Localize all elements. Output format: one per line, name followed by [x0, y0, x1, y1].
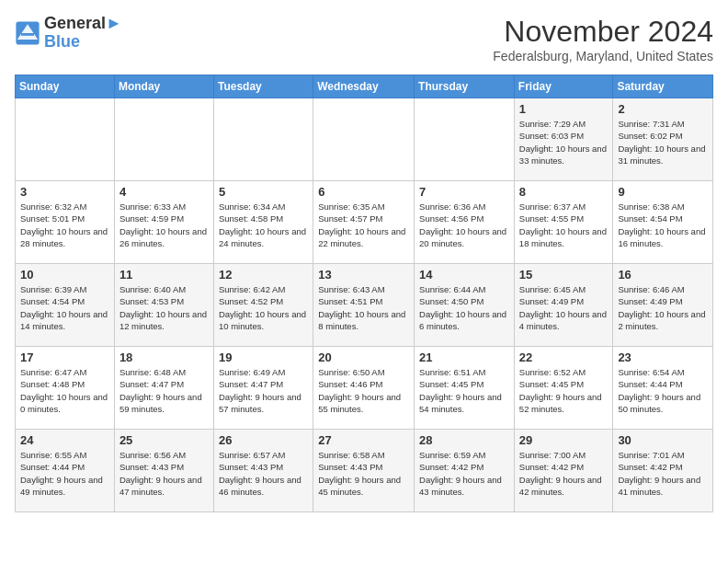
calendar-cell: 17Sunrise: 6:47 AMSunset: 4:48 PMDayligh…: [16, 347, 115, 430]
weekday-header-wednesday: Wednesday: [313, 75, 415, 98]
weekday-header-friday: Friday: [514, 75, 613, 98]
day-info: Sunrise: 6:50 AMSunset: 4:46 PMDaylight:…: [318, 366, 409, 415]
day-number: 12: [219, 268, 308, 282]
calendar-cell: 23Sunrise: 6:54 AMSunset: 4:44 PMDayligh…: [613, 347, 713, 430]
calendar-cell: 19Sunrise: 6:49 AMSunset: 4:47 PMDayligh…: [213, 347, 313, 430]
month-title: November 2024: [493, 15, 713, 49]
calendar-cell: 9Sunrise: 6:38 AMSunset: 4:54 PMDaylight…: [613, 181, 713, 264]
title-block: November 2024 Federalsburg, Maryland, Un…: [493, 15, 713, 63]
day-info: Sunrise: 6:34 AMSunset: 4:58 PMDaylight:…: [219, 201, 308, 249]
day-number: 9: [618, 185, 708, 199]
day-info: Sunrise: 7:01 AMSunset: 4:42 PMDaylight:…: [618, 449, 708, 498]
day-info: Sunrise: 6:38 AMSunset: 4:54 PMDaylight:…: [618, 201, 708, 249]
calendar-cell: 3Sunrise: 6:32 AMSunset: 5:01 PMDaylight…: [16, 181, 115, 264]
day-info: Sunrise: 6:48 AMSunset: 4:47 PMDaylight:…: [119, 366, 209, 415]
day-number: 18: [119, 350, 209, 364]
logo-text: General► Blue: [44, 15, 122, 52]
logo: General► Blue: [15, 15, 122, 52]
day-info: Sunrise: 6:54 AMSunset: 4:44 PMDaylight:…: [618, 366, 708, 415]
calendar-cell: [213, 98, 313, 181]
day-info: Sunrise: 6:43 AMSunset: 4:51 PMDaylight:…: [318, 283, 409, 332]
day-number: 26: [219, 433, 308, 447]
page-header: General► Blue November 2024 Federalsburg…: [15, 15, 713, 63]
calendar-cell: 28Sunrise: 6:59 AMSunset: 4:42 PMDayligh…: [415, 430, 515, 512]
day-info: Sunrise: 6:40 AMSunset: 4:53 PMDaylight:…: [119, 283, 209, 332]
calendar-cell: 29Sunrise: 7:00 AMSunset: 4:42 PMDayligh…: [514, 430, 613, 512]
day-info: Sunrise: 6:57 AMSunset: 4:43 PMDaylight:…: [219, 449, 308, 498]
calendar-cell: 20Sunrise: 6:50 AMSunset: 4:46 PMDayligh…: [313, 347, 415, 430]
calendar-cell: 7Sunrise: 6:36 AMSunset: 4:56 PMDaylight…: [415, 181, 515, 264]
day-info: Sunrise: 6:46 AMSunset: 4:49 PMDaylight:…: [618, 283, 708, 332]
day-info: Sunrise: 6:55 AMSunset: 4:44 PMDaylight:…: [20, 449, 109, 498]
day-info: Sunrise: 7:31 AMSunset: 6:02 PMDaylight:…: [618, 118, 708, 167]
day-info: Sunrise: 6:32 AMSunset: 5:01 PMDaylight:…: [20, 201, 109, 249]
day-info: Sunrise: 6:59 AMSunset: 4:42 PMDaylight:…: [419, 449, 509, 498]
calendar-cell: 6Sunrise: 6:35 AMSunset: 4:57 PMDaylight…: [313, 181, 415, 264]
day-number: 2: [618, 102, 708, 116]
calendar-cell: 14Sunrise: 6:44 AMSunset: 4:50 PMDayligh…: [415, 264, 515, 347]
day-info: Sunrise: 7:00 AMSunset: 4:42 PMDaylight:…: [519, 449, 609, 498]
day-number: 25: [119, 433, 209, 447]
calendar-cell: 30Sunrise: 7:01 AMSunset: 4:42 PMDayligh…: [613, 430, 713, 512]
day-number: 21: [419, 350, 509, 364]
day-number: 19: [219, 350, 308, 364]
calendar: SundayMondayTuesdayWednesdayThursdayFrid…: [15, 75, 713, 512]
calendar-cell: [114, 98, 213, 181]
calendar-cell: 12Sunrise: 6:42 AMSunset: 4:52 PMDayligh…: [213, 264, 313, 347]
calendar-cell: 10Sunrise: 6:39 AMSunset: 4:54 PMDayligh…: [16, 264, 115, 347]
weekday-header-sunday: Sunday: [16, 75, 115, 98]
day-number: 28: [419, 433, 509, 447]
day-info: Sunrise: 6:35 AMSunset: 4:57 PMDaylight:…: [318, 201, 409, 249]
calendar-cell: 8Sunrise: 6:37 AMSunset: 4:55 PMDaylight…: [514, 181, 613, 264]
calendar-cell: 24Sunrise: 6:55 AMSunset: 4:44 PMDayligh…: [16, 430, 115, 512]
day-number: 3: [20, 185, 109, 199]
day-number: 30: [618, 433, 708, 447]
calendar-cell: [16, 98, 115, 181]
day-number: 23: [618, 350, 708, 364]
weekday-header-tuesday: Tuesday: [213, 75, 313, 98]
calendar-cell: 4Sunrise: 6:33 AMSunset: 4:59 PMDaylight…: [114, 181, 213, 264]
calendar-cell: 22Sunrise: 6:52 AMSunset: 4:45 PMDayligh…: [514, 347, 613, 430]
day-info: Sunrise: 6:58 AMSunset: 4:43 PMDaylight:…: [318, 449, 409, 498]
day-info: Sunrise: 6:36 AMSunset: 4:56 PMDaylight:…: [419, 201, 509, 249]
weekday-header-thursday: Thursday: [415, 75, 515, 98]
day-info: Sunrise: 6:44 AMSunset: 4:50 PMDaylight:…: [419, 283, 509, 332]
day-number: 17: [20, 350, 109, 364]
day-info: Sunrise: 6:33 AMSunset: 4:59 PMDaylight:…: [119, 201, 209, 249]
day-number: 29: [519, 433, 609, 447]
day-number: 5: [219, 185, 308, 199]
day-number: 4: [119, 185, 209, 199]
weekday-header-saturday: Saturday: [613, 75, 713, 98]
day-number: 6: [318, 185, 409, 199]
calendar-cell: 21Sunrise: 6:51 AMSunset: 4:45 PMDayligh…: [415, 347, 515, 430]
calendar-cell: 11Sunrise: 6:40 AMSunset: 4:53 PMDayligh…: [114, 264, 213, 347]
day-info: Sunrise: 6:51 AMSunset: 4:45 PMDaylight:…: [419, 366, 509, 415]
calendar-cell: 26Sunrise: 6:57 AMSunset: 4:43 PMDayligh…: [213, 430, 313, 512]
calendar-cell: [313, 98, 415, 181]
calendar-cell: 25Sunrise: 6:56 AMSunset: 4:43 PMDayligh…: [114, 430, 213, 512]
day-number: 8: [519, 185, 609, 199]
day-info: Sunrise: 6:47 AMSunset: 4:48 PMDaylight:…: [20, 366, 109, 415]
day-info: Sunrise: 6:52 AMSunset: 4:45 PMDaylight:…: [519, 366, 609, 415]
day-number: 7: [419, 185, 509, 199]
day-info: Sunrise: 6:49 AMSunset: 4:47 PMDaylight:…: [219, 366, 308, 415]
day-number: 10: [20, 268, 109, 282]
calendar-cell: 2Sunrise: 7:31 AMSunset: 6:02 PMDaylight…: [613, 98, 713, 181]
calendar-cell: 27Sunrise: 6:58 AMSunset: 4:43 PMDayligh…: [313, 430, 415, 512]
weekday-header-monday: Monday: [114, 75, 213, 98]
svg-rect-2: [21, 33, 34, 36]
day-info: Sunrise: 6:42 AMSunset: 4:52 PMDaylight:…: [219, 283, 308, 332]
location: Federalsburg, Maryland, United States: [493, 49, 713, 63]
calendar-cell: [415, 98, 515, 181]
calendar-cell: 1Sunrise: 7:29 AMSunset: 6:03 PMDaylight…: [514, 98, 613, 181]
calendar-cell: 13Sunrise: 6:43 AMSunset: 4:51 PMDayligh…: [313, 264, 415, 347]
day-info: Sunrise: 7:29 AMSunset: 6:03 PMDaylight:…: [519, 118, 609, 167]
calendar-cell: 15Sunrise: 6:45 AMSunset: 4:49 PMDayligh…: [514, 264, 613, 347]
day-info: Sunrise: 6:37 AMSunset: 4:55 PMDaylight:…: [519, 201, 609, 249]
day-number: 24: [20, 433, 109, 447]
day-number: 13: [318, 268, 409, 282]
day-number: 20: [318, 350, 409, 364]
day-number: 27: [318, 433, 409, 447]
day-number: 11: [119, 268, 209, 282]
calendar-cell: 16Sunrise: 6:46 AMSunset: 4:49 PMDayligh…: [613, 264, 713, 347]
